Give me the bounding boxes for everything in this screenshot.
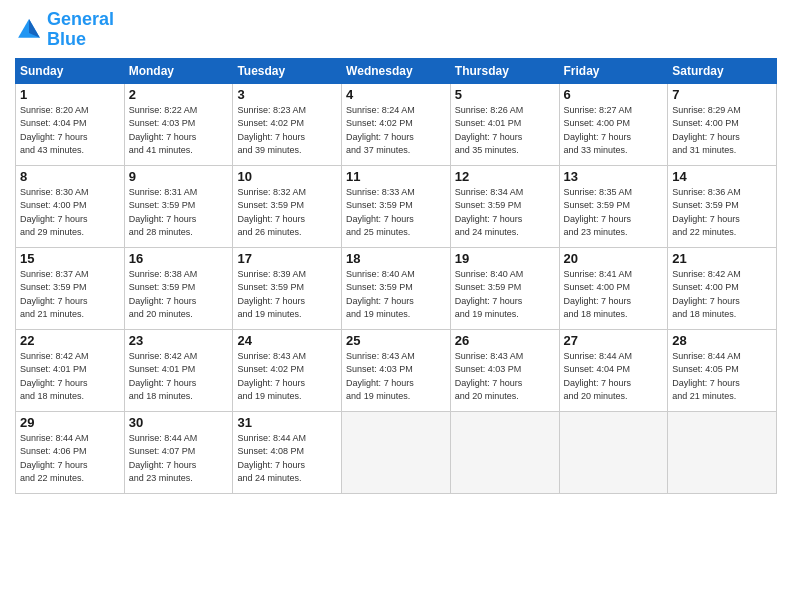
calendar-cell: 22Sunrise: 8:42 AMSunset: 4:01 PMDayligh… [16,329,125,411]
calendar-cell: 4Sunrise: 8:24 AMSunset: 4:02 PMDaylight… [342,83,451,165]
day-info: Sunrise: 8:23 AMSunset: 4:02 PMDaylight:… [237,104,337,158]
day-info: Sunrise: 8:44 AMSunset: 4:08 PMDaylight:… [237,432,337,486]
day-number: 3 [237,87,337,102]
calendar-cell [668,411,777,493]
day-number: 15 [20,251,120,266]
weekday-header-saturday: Saturday [668,58,777,83]
calendar-cell: 26Sunrise: 8:43 AMSunset: 4:03 PMDayligh… [450,329,559,411]
day-info: Sunrise: 8:36 AMSunset: 3:59 PMDaylight:… [672,186,772,240]
weekday-header-wednesday: Wednesday [342,58,451,83]
day-number: 2 [129,87,229,102]
day-info: Sunrise: 8:40 AMSunset: 3:59 PMDaylight:… [346,268,446,322]
day-info: Sunrise: 8:38 AMSunset: 3:59 PMDaylight:… [129,268,229,322]
day-number: 26 [455,333,555,348]
day-number: 18 [346,251,446,266]
day-number: 28 [672,333,772,348]
day-info: Sunrise: 8:43 AMSunset: 4:03 PMDaylight:… [455,350,555,404]
calendar-cell: 6Sunrise: 8:27 AMSunset: 4:00 PMDaylight… [559,83,668,165]
week-row-1: 1Sunrise: 8:20 AMSunset: 4:04 PMDaylight… [16,83,777,165]
day-number: 17 [237,251,337,266]
calendar-cell: 24Sunrise: 8:43 AMSunset: 4:02 PMDayligh… [233,329,342,411]
calendar-cell: 10Sunrise: 8:32 AMSunset: 3:59 PMDayligh… [233,165,342,247]
logo-text: General Blue [47,10,114,50]
calendar-body: 1Sunrise: 8:20 AMSunset: 4:04 PMDaylight… [16,83,777,493]
calendar-cell: 23Sunrise: 8:42 AMSunset: 4:01 PMDayligh… [124,329,233,411]
day-number: 13 [564,169,664,184]
day-number: 11 [346,169,446,184]
weekday-header-row: SundayMondayTuesdayWednesdayThursdayFrid… [16,58,777,83]
page: General Blue SundayMondayTuesdayWednesda… [0,0,792,612]
day-number: 24 [237,333,337,348]
day-number: 4 [346,87,446,102]
calendar-cell: 27Sunrise: 8:44 AMSunset: 4:04 PMDayligh… [559,329,668,411]
day-info: Sunrise: 8:34 AMSunset: 3:59 PMDaylight:… [455,186,555,240]
day-info: Sunrise: 8:44 AMSunset: 4:04 PMDaylight:… [564,350,664,404]
weekday-header-monday: Monday [124,58,233,83]
day-number: 14 [672,169,772,184]
calendar-cell: 8Sunrise: 8:30 AMSunset: 4:00 PMDaylight… [16,165,125,247]
week-row-5: 29Sunrise: 8:44 AMSunset: 4:06 PMDayligh… [16,411,777,493]
day-info: Sunrise: 8:42 AMSunset: 4:01 PMDaylight:… [129,350,229,404]
day-number: 20 [564,251,664,266]
calendar-cell: 18Sunrise: 8:40 AMSunset: 3:59 PMDayligh… [342,247,451,329]
calendar-cell: 14Sunrise: 8:36 AMSunset: 3:59 PMDayligh… [668,165,777,247]
day-info: Sunrise: 8:30 AMSunset: 4:00 PMDaylight:… [20,186,120,240]
day-number: 22 [20,333,120,348]
logo: General Blue [15,10,114,50]
day-info: Sunrise: 8:27 AMSunset: 4:00 PMDaylight:… [564,104,664,158]
calendar-cell: 29Sunrise: 8:44 AMSunset: 4:06 PMDayligh… [16,411,125,493]
day-number: 21 [672,251,772,266]
day-info: Sunrise: 8:32 AMSunset: 3:59 PMDaylight:… [237,186,337,240]
day-info: Sunrise: 8:40 AMSunset: 3:59 PMDaylight:… [455,268,555,322]
day-info: Sunrise: 8:41 AMSunset: 4:00 PMDaylight:… [564,268,664,322]
logo-icon [15,16,43,44]
day-info: Sunrise: 8:24 AMSunset: 4:02 PMDaylight:… [346,104,446,158]
day-info: Sunrise: 8:20 AMSunset: 4:04 PMDaylight:… [20,104,120,158]
day-info: Sunrise: 8:44 AMSunset: 4:07 PMDaylight:… [129,432,229,486]
day-info: Sunrise: 8:43 AMSunset: 4:03 PMDaylight:… [346,350,446,404]
calendar-cell [559,411,668,493]
day-number: 19 [455,251,555,266]
calendar-cell: 12Sunrise: 8:34 AMSunset: 3:59 PMDayligh… [450,165,559,247]
week-row-2: 8Sunrise: 8:30 AMSunset: 4:00 PMDaylight… [16,165,777,247]
day-info: Sunrise: 8:29 AMSunset: 4:00 PMDaylight:… [672,104,772,158]
day-number: 16 [129,251,229,266]
day-number: 12 [455,169,555,184]
day-number: 5 [455,87,555,102]
calendar-cell: 31Sunrise: 8:44 AMSunset: 4:08 PMDayligh… [233,411,342,493]
day-info: Sunrise: 8:37 AMSunset: 3:59 PMDaylight:… [20,268,120,322]
calendar-cell: 1Sunrise: 8:20 AMSunset: 4:04 PMDaylight… [16,83,125,165]
weekday-header-sunday: Sunday [16,58,125,83]
calendar-cell: 28Sunrise: 8:44 AMSunset: 4:05 PMDayligh… [668,329,777,411]
day-number: 8 [20,169,120,184]
header: General Blue [15,10,777,50]
calendar-cell: 21Sunrise: 8:42 AMSunset: 4:00 PMDayligh… [668,247,777,329]
day-number: 30 [129,415,229,430]
weekday-header-thursday: Thursday [450,58,559,83]
day-number: 1 [20,87,120,102]
calendar-cell: 16Sunrise: 8:38 AMSunset: 3:59 PMDayligh… [124,247,233,329]
calendar-table: SundayMondayTuesdayWednesdayThursdayFrid… [15,58,777,494]
calendar-cell: 19Sunrise: 8:40 AMSunset: 3:59 PMDayligh… [450,247,559,329]
week-row-3: 15Sunrise: 8:37 AMSunset: 3:59 PMDayligh… [16,247,777,329]
calendar-cell: 2Sunrise: 8:22 AMSunset: 4:03 PMDaylight… [124,83,233,165]
day-number: 29 [20,415,120,430]
day-info: Sunrise: 8:42 AMSunset: 4:01 PMDaylight:… [20,350,120,404]
calendar-cell: 30Sunrise: 8:44 AMSunset: 4:07 PMDayligh… [124,411,233,493]
day-info: Sunrise: 8:44 AMSunset: 4:06 PMDaylight:… [20,432,120,486]
day-number: 27 [564,333,664,348]
day-info: Sunrise: 8:42 AMSunset: 4:00 PMDaylight:… [672,268,772,322]
calendar-cell: 9Sunrise: 8:31 AMSunset: 3:59 PMDaylight… [124,165,233,247]
day-info: Sunrise: 8:43 AMSunset: 4:02 PMDaylight:… [237,350,337,404]
day-info: Sunrise: 8:26 AMSunset: 4:01 PMDaylight:… [455,104,555,158]
calendar-cell: 17Sunrise: 8:39 AMSunset: 3:59 PMDayligh… [233,247,342,329]
calendar-cell: 25Sunrise: 8:43 AMSunset: 4:03 PMDayligh… [342,329,451,411]
calendar-cell: 13Sunrise: 8:35 AMSunset: 3:59 PMDayligh… [559,165,668,247]
calendar-cell: 15Sunrise: 8:37 AMSunset: 3:59 PMDayligh… [16,247,125,329]
day-number: 23 [129,333,229,348]
day-info: Sunrise: 8:31 AMSunset: 3:59 PMDaylight:… [129,186,229,240]
day-number: 7 [672,87,772,102]
day-info: Sunrise: 8:33 AMSunset: 3:59 PMDaylight:… [346,186,446,240]
calendar-cell [342,411,451,493]
day-number: 9 [129,169,229,184]
